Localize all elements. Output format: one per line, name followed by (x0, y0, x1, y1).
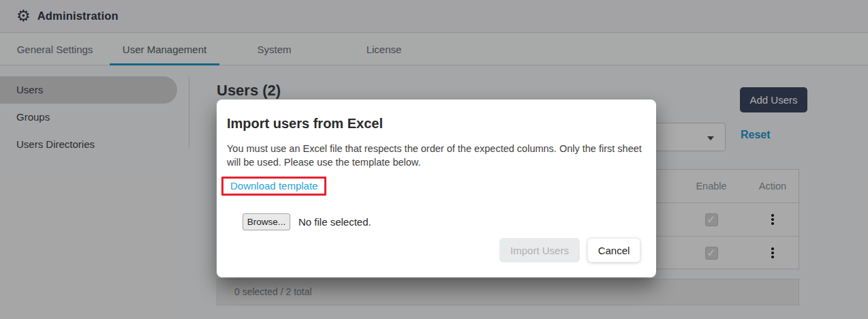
import-users-button[interactable]: Import Users (499, 238, 580, 262)
file-input-row: Browse... No file selected. (243, 213, 371, 230)
modal-description: You must use an Excel file that respects… (227, 142, 649, 169)
highlight-red-box: Download template (221, 177, 326, 196)
file-status-text: No file selected. (298, 216, 371, 228)
administration-screen: ⚙ Administration General Settings User M… (0, 0, 868, 319)
browse-button[interactable]: Browse... (243, 213, 290, 230)
cancel-button[interactable]: Cancel (587, 238, 640, 262)
modal-actions: Import Users Cancel (499, 238, 640, 262)
download-template-link[interactable]: Download template (223, 179, 324, 194)
modal-title: Import users from Excel (227, 116, 383, 132)
import-users-modal: Import users from Excel You must use an … (217, 100, 656, 277)
